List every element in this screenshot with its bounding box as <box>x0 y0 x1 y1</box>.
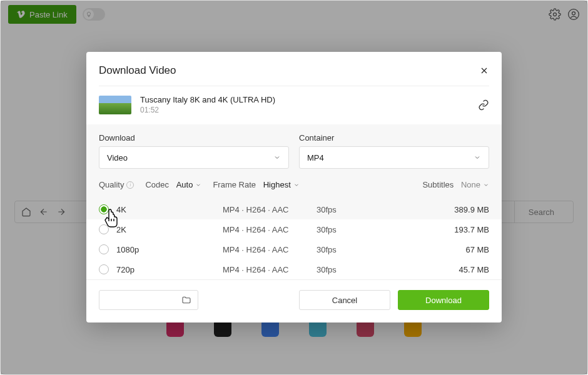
video-title: Tuscany Italy 8K and 4K (ULTRA HD) <box>140 95 469 104</box>
subtitles-filter[interactable]: Subtitles None <box>422 180 489 189</box>
quality-option[interactable]: 720p MP4 · H264 · AAC 30fps 45.7 MB <box>86 259 502 279</box>
link-icon[interactable] <box>478 99 489 111</box>
quality-option[interactable]: 2K MP4 · H264 · AAC 30fps 193.7 MB <box>86 219 502 239</box>
info-icon[interactable]: i <box>126 181 134 189</box>
close-icon[interactable] <box>479 66 489 76</box>
chevron-down-icon <box>483 182 489 188</box>
chevron-down-icon <box>273 154 281 161</box>
modal-title: Download Video <box>99 64 176 77</box>
quality-option[interactable]: 1080p MP4 · H264 · AAC 30fps 67 MB <box>86 239 502 259</box>
download-type-label: Download <box>99 133 289 142</box>
video-thumbnail <box>99 96 131 114</box>
video-info: Tuscany Italy 8K and 4K (ULTRA HD) 01:52 <box>86 86 502 124</box>
cancel-button[interactable]: Cancel <box>299 290 390 310</box>
radio-icon <box>99 264 109 274</box>
chevron-down-icon <box>293 182 300 188</box>
container-label: Container <box>299 133 489 142</box>
quality-option[interactable]: 4K MP4 · H264 · AAC 30fps 389.9 MB <box>86 199 502 219</box>
download-modal: Download Video Tuscany Italy 8K and 4K (… <box>86 52 502 322</box>
radio-icon <box>99 224 109 234</box>
framerate-filter[interactable]: Frame Rate Highest <box>213 180 299 189</box>
download-button[interactable]: Download <box>398 290 489 310</box>
options-section: Download Video Container MP4 <box>86 124 502 199</box>
chevron-down-icon <box>474 154 481 161</box>
chevron-down-icon <box>195 182 201 188</box>
modal-overlay: Download Video Tuscany Italy 8K and 4K (… <box>1 1 587 374</box>
download-type-select[interactable]: Video <box>99 146 289 169</box>
quality-list: 4K MP4 · H264 · AAC 30fps 389.9 MB 2K MP… <box>86 199 502 279</box>
folder-icon <box>181 295 191 305</box>
radio-icon <box>99 244 109 254</box>
codec-filter[interactable]: Codec Auto <box>145 180 201 189</box>
radio-icon <box>99 204 109 214</box>
container-select[interactable]: MP4 <box>299 146 489 169</box>
output-folder-input[interactable] <box>99 290 198 310</box>
quality-header: Quality i <box>99 180 134 189</box>
video-duration: 01:52 <box>140 106 469 114</box>
